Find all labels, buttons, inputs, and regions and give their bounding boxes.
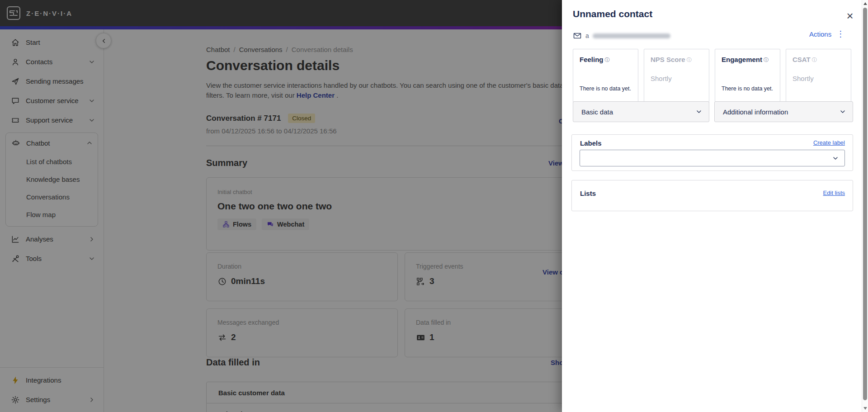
stat-value: There is no data yet. bbox=[722, 85, 773, 92]
lists-title: Lists bbox=[580, 189, 596, 197]
info-icon[interactable]: ⓘ bbox=[687, 57, 692, 62]
kebab-menu-icon[interactable]: ⋮ bbox=[836, 30, 844, 38]
additional-information-accordion[interactable]: Additional information bbox=[714, 101, 853, 122]
lists-card: Lists Edit lists bbox=[571, 180, 853, 211]
contact-email-row: a bbox=[573, 31, 670, 40]
actions-row: Actions ⋮ bbox=[809, 30, 844, 38]
stat-label: Engagementⓘ bbox=[722, 56, 769, 64]
labels-select[interactable] bbox=[580, 150, 845, 166]
accordion-label: Basic data bbox=[581, 108, 695, 116]
info-icon[interactable]: ⓘ bbox=[764, 57, 769, 62]
chevron-down-icon bbox=[695, 108, 703, 115]
stat-card-engagement: Engagementⓘ There is no data yet. bbox=[715, 49, 780, 106]
info-icon[interactable]: ⓘ bbox=[812, 57, 817, 62]
stat-value: Shortly bbox=[651, 75, 672, 82]
lists-card-header: Lists Edit lists bbox=[572, 180, 853, 197]
contact-email-prefix: a bbox=[585, 32, 589, 39]
scrollbar-thumb[interactable] bbox=[863, 8, 867, 400]
envelope-icon bbox=[573, 31, 582, 40]
scrollbar-down-arrow[interactable] bbox=[863, 407, 867, 410]
stat-card-csat: CSATⓘ Shortly bbox=[786, 49, 851, 106]
info-icon[interactable]: ⓘ bbox=[605, 57, 610, 62]
contact-drawer: Unnamed contact × a Actions ⋮ Feelingⓘ T… bbox=[562, 0, 868, 412]
chevron-down-icon bbox=[839, 108, 846, 115]
drawer-title: Unnamed contact bbox=[573, 9, 652, 19]
accordion-label: Additional information bbox=[723, 108, 839, 116]
vertical-scrollbar bbox=[862, 0, 868, 412]
labels-title: Labels bbox=[580, 139, 602, 147]
edit-lists-link[interactable]: Edit lists bbox=[823, 189, 845, 196]
actions-button[interactable]: Actions bbox=[809, 30, 831, 38]
chevron-down-icon bbox=[832, 155, 839, 162]
stat-card-feeling: Feelingⓘ There is no data yet. bbox=[573, 49, 638, 106]
contact-email-redacted bbox=[593, 33, 670, 38]
stat-value: Shortly bbox=[793, 75, 814, 82]
close-icon[interactable]: × bbox=[842, 8, 858, 24]
basic-data-accordion[interactable]: Basic data bbox=[573, 101, 709, 122]
stat-value: There is no data yet. bbox=[580, 85, 631, 92]
stat-label: Feelingⓘ bbox=[580, 56, 610, 64]
stat-label: NPS Scoreⓘ bbox=[651, 56, 692, 64]
stat-card-nps-score: NPS Scoreⓘ Shortly bbox=[644, 49, 709, 106]
stat-label: CSATⓘ bbox=[793, 56, 817, 64]
create-label-link[interactable]: Create label bbox=[813, 139, 845, 146]
scrollbar-up-arrow[interactable] bbox=[863, 2, 867, 5]
labels-card-header: Labels Create label bbox=[572, 135, 853, 147]
stat-cards-row: Feelingⓘ There is no data yet. NPS Score… bbox=[573, 49, 851, 106]
labels-card: Labels Create label bbox=[571, 134, 853, 171]
